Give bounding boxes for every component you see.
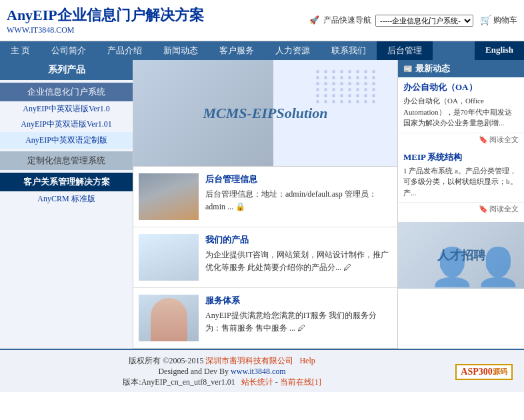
content-item-1: 后台管理信息 后台管理信息：地址：admin/default.asp 管理员：a… <box>133 167 397 227</box>
header: AnyEIP企业信息门户解决方案 WWW.IT3848.COM 🚀 产品快速导航… <box>0 0 524 41</box>
read-more-link-1[interactable]: 🔖 阅读全文 <box>479 135 519 145</box>
banner: MCMS-EIPSolution <box>133 60 397 167</box>
footer-version: 版本:AnyEIP_cn_en_utf8_ver1.01 <box>123 377 235 387</box>
nav-item-contact[interactable]: 联系我们 <box>321 41 377 60</box>
footer-online-link[interactable]: 当前在线[1] <box>280 377 321 387</box>
main-nav: 主 页 公司简介 产品介绍 新闻动态 客户服务 人力资源 联系我们 后台管理 E… <box>0 41 524 60</box>
sidebar-link-ver10[interactable]: AnyEIP中英双语版Ver1.0 <box>0 101 133 117</box>
nav-item-service[interactable]: 客户服务 <box>209 41 265 60</box>
right-panel-title-text: 最新动态 <box>415 63 450 75</box>
text-block-1: 后台管理信息 后台管理信息：地址：admin/default.asp 管理员：a… <box>205 173 392 220</box>
right-panel-title: 📰 最新动态 <box>398 60 524 77</box>
item-desc-2: 为企业提供IT咨询，网站策划，网站设计制作，推广优化等服务 此处简要介绍你的产品… <box>205 249 392 274</box>
text-block-2: 我们的产品 为企业提供IT咨询，网站策划，网站设计制作，推广优化等服务 此处简要… <box>205 234 392 281</box>
quick-nav-icon: 🚀 <box>309 15 319 25</box>
item-desc-3: AnyEIP提供满意给您满意的IT服务 我们的服务分为：售前服务 售中服务 ..… <box>205 309 392 335</box>
news-title-2[interactable]: MEIP 系统结构 <box>403 151 519 163</box>
nav-item-hr[interactable]: 人力资源 <box>265 41 321 60</box>
footer-company-link[interactable]: 深圳市凿羽科技有限公司 <box>205 356 293 365</box>
right-banner: 人才招聘 👤👤 <box>398 222 524 289</box>
news-desc-2: 1 产品发布系统 a。产品分类管理，可多级分类，以树状组织显示；b。产... <box>403 165 519 199</box>
read-icon-1: 🔖 <box>479 135 488 144</box>
cart-icon: 🛒 <box>480 15 491 26</box>
nav-item-products[interactable]: 产品介绍 <box>97 41 153 60</box>
read-more-1: 🔖 阅读全文 <box>398 133 524 147</box>
quick-nav-select[interactable]: -----企业信息化门户系统- <box>375 15 473 27</box>
footer-inner: 版权所有 ©2005-2015 深圳市凿羽科技有限公司 Help Designe… <box>0 355 524 388</box>
center-content: MCMS-EIPSolution 后台管理信息 后台管理信息：地址：admin/… <box>133 60 397 349</box>
read-icon-2: 🔖 <box>479 205 488 213</box>
text-block-3: 服务体系 AnyEIP提供满意给您满意的IT服务 我们的服务分为：售前服务 售中… <box>205 295 392 341</box>
main-content: 系列产品 企业信息化门户系统 AnyEIP中英双语版Ver1.0 AnyEIP中… <box>0 60 524 349</box>
news-title-1[interactable]: 办公自动化（OA） <box>403 81 519 93</box>
item-title-2[interactable]: 我们的产品 <box>205 234 392 246</box>
asp300-text: ASP300 <box>461 367 492 377</box>
logo-sub: WWW.IT3848.COM <box>7 25 309 35</box>
item-desc-1: 后台管理信息：地址：admin/default.asp 管理员：admin ..… <box>205 188 392 213</box>
right-panel: 📰 最新动态 办公自动化（OA） 办公自动化（OA，Office Automat… <box>397 60 524 349</box>
banner-dots <box>316 70 377 103</box>
nav-item-admin[interactable]: 后台管理 <box>377 41 433 60</box>
news-item-1: 办公自动化（OA） 办公自动化（OA，Office Automation），是7… <box>398 77 524 133</box>
thumbnail-2 <box>139 234 199 281</box>
content-item-2: 我们的产品 为企业提供IT咨询，网站策划，网站设计制作，推广优化等服务 此处简要… <box>133 227 397 288</box>
sidebar-link-anycrm[interactable]: AnyCRM 标准版 <box>0 191 133 207</box>
sidebar-link-ver101[interactable]: AnyEIP中英双语版Ver1.01 <box>0 117 133 132</box>
logo-main: AnyEIP企业信息门户解决方案 <box>7 5 309 25</box>
nav-item-about[interactable]: 公司简介 <box>41 41 97 60</box>
footer-website-link[interactable]: www.it3848.com <box>231 367 286 376</box>
sidebar-section-custom-mgmt: 定制化信息管理系统 <box>0 151 133 170</box>
sidebar-link-custom[interactable]: AnyEIP中英双语定制版 <box>0 132 133 149</box>
read-more-link-2[interactable]: 🔖 阅读全文 <box>479 204 519 214</box>
nav-item-english[interactable]: English <box>475 41 524 60</box>
sidebar: 系列产品 企业信息化门户系统 AnyEIP中英双语版Ver1.0 AnyEIP中… <box>0 60 133 349</box>
read-more-2: 🔖 阅读全文 <box>398 203 524 217</box>
nav-item-news[interactable]: 新闻动态 <box>153 41 209 60</box>
sidebar-title: 系列产品 <box>0 60 133 80</box>
footer-copyright: 版权所有 ©2005-2015 <box>129 356 203 365</box>
footer-copyright-line: 版权所有 ©2005-2015 深圳市凿羽科技有限公司 Help <box>0 355 444 367</box>
news-desc-1: 办公自动化（OA，Office Automation），是70年代中期发达国家为… <box>403 95 519 129</box>
footer-right: ASP300 源码 <box>444 364 524 380</box>
footer-designed-line: Designed and Dev By www.it3848.com <box>0 367 444 377</box>
item-title-1[interactable]: 后台管理信息 <box>205 173 392 185</box>
right-banner-text: 人才招聘 <box>437 247 485 263</box>
footer-help-link[interactable]: Help <box>299 356 315 365</box>
cart-label: 购物车 <box>493 15 517 26</box>
news-icon: 📰 <box>403 65 413 73</box>
quick-nav-label: 产品快速导航 <box>323 15 371 26</box>
news-item-2: MEIP 系统结构 1 产品发布系统 a。产品分类管理，可多级分类，以树状组织显… <box>398 147 524 203</box>
footer-designed: Designed and Dev By <box>158 367 229 376</box>
asp300-badge: ASP300 源码 <box>455 364 512 380</box>
person-figure <box>151 298 187 341</box>
quick-nav-area: 🚀 产品快速导航 -----企业信息化门户系统- <box>309 15 473 27</box>
sidebar-section-crm: 客户关系管理解决方案 <box>0 173 133 191</box>
nav-item-home[interactable]: 主 页 <box>0 41 41 60</box>
logo-area: AnyEIP企业信息门户解决方案 WWW.IT3848.COM <box>7 5 309 35</box>
item-title-3[interactable]: 服务体系 <box>205 295 392 307</box>
banner-title: MCMS-EIPSolution <box>203 105 327 122</box>
source-text: 源码 <box>493 367 507 377</box>
thumbnail-1 <box>139 173 199 220</box>
cart-area[interactable]: 🛒 购物车 <box>480 15 517 26</box>
footer-version-line: 版本:AnyEIP_cn_en_utf8_ver1.01 站长统计 - 当前在线… <box>0 377 444 388</box>
footer-left: 版权所有 ©2005-2015 深圳市凿羽科技有限公司 Help Designe… <box>0 355 444 388</box>
footer: 版权所有 ©2005-2015 深圳市凿羽科技有限公司 Help Designe… <box>0 349 524 392</box>
footer-stats-link[interactable]: 站长统计 <box>241 377 273 387</box>
content-item-3: 服务体系 AnyEIP提供满意给您满意的IT服务 我们的服务分为：售前服务 售中… <box>133 288 397 349</box>
sidebar-section-eip: 企业信息化门户系统 <box>0 83 133 101</box>
thumbnail-3 <box>139 295 199 341</box>
